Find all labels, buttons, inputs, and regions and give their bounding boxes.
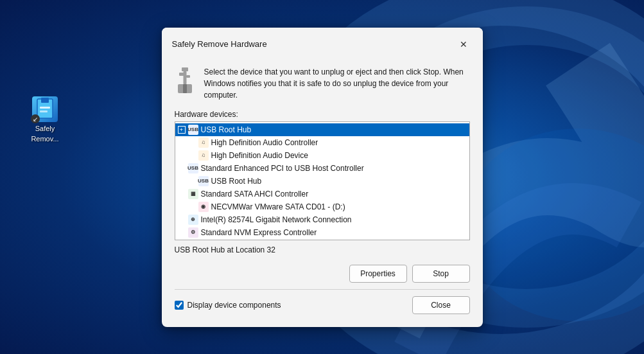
devices-label: Hardware devices: <box>175 110 470 119</box>
expand-icon[interactable] <box>188 203 196 211</box>
device-icon: ⊕ <box>188 215 198 225</box>
device-list-item[interactable]: USBUSB Root Hub <box>175 175 469 188</box>
device-label: USB Root Hub <box>211 177 262 186</box>
expand-icon[interactable] <box>178 229 186 236</box>
device-list-item[interactable]: +USBUSB Root Hub <box>175 123 469 136</box>
expand-icon[interactable] <box>188 152 196 159</box>
expand-icon[interactable] <box>188 177 196 185</box>
dialog-body: Select the device that you want to unplu… <box>162 58 483 327</box>
expand-icon[interactable] <box>178 164 186 172</box>
display-components-checkbox-label[interactable]: Display device components <box>175 301 281 310</box>
bottom-row: Display device components Close <box>175 296 470 317</box>
display-components-label: Display device components <box>187 301 281 310</box>
svg-rect-12 <box>183 84 187 93</box>
info-text: Select the device that you want to unplu… <box>204 66 470 101</box>
safely-remove-dialog: Safely Remove Hardware ✕ Select the de <box>162 28 483 327</box>
info-section: Select the device that you want to unplu… <box>175 66 470 101</box>
device-label: High Definition Audio Device <box>211 151 308 160</box>
dialog-close-x-button[interactable]: ✕ <box>455 35 473 53</box>
device-list-item[interactable]: ▦Standard SATA AHCI Controller <box>175 188 469 200</box>
device-label: Standard NVM Express Controller <box>201 228 317 237</box>
expand-icon[interactable] <box>178 216 186 224</box>
device-list-item[interactable]: ⚙Standard NVM Express Controller <box>175 226 469 239</box>
device-label: Intel(R) 82574L Gigabit Network Connecti… <box>201 215 352 224</box>
svg-rect-10 <box>179 73 184 76</box>
device-label: High Definition Audio Controller <box>211 138 318 147</box>
expand-icon[interactable] <box>178 190 186 198</box>
modal-overlay: Safely Remove Hardware ✕ Select the de <box>0 0 644 354</box>
usb-icon <box>175 67 195 94</box>
expand-icon[interactable]: + <box>178 126 186 134</box>
device-label: Standard Enhanced PCI to USB Host Contro… <box>201 164 364 173</box>
device-icon: ◉ <box>198 202 209 212</box>
separator <box>175 289 470 290</box>
device-icon: USB <box>188 163 198 173</box>
display-components-checkbox[interactable] <box>175 301 184 310</box>
svg-rect-11 <box>186 75 190 78</box>
device-icon: ▦ <box>188 189 198 199</box>
device-list-item[interactable]: ⊕Intel(R) 82574L Gigabit Network Connect… <box>175 213 469 226</box>
device-list-item[interactable]: USBStandard Enhanced PCI to USB Host Con… <box>175 162 469 175</box>
device-list[interactable]: +USBUSB Root Hub♫High Definition Audio C… <box>175 121 470 240</box>
stop-button[interactable]: Stop <box>412 265 470 283</box>
device-label: Standard SATA AHCI Controller <box>201 190 309 199</box>
device-list-item[interactable]: ◉NECVMWar VMware SATA CD01 - (D:) <box>175 200 469 213</box>
properties-button[interactable]: Properties <box>349 265 407 283</box>
device-label: USB Root Hub <box>201 125 252 134</box>
status-text: USB Root Hub at Location 32 <box>175 245 470 254</box>
dialog-title: Safely Remove Hardware <box>172 39 267 49</box>
device-icon: USB <box>198 176 209 186</box>
device-list-item[interactable]: ▦VMware Virtual NVMe Disk <box>175 239 469 240</box>
dialog-title-bar: Safely Remove Hardware ✕ <box>162 28 483 58</box>
action-buttons-row: Properties Stop <box>175 265 470 283</box>
device-label: NECVMWar VMware SATA CD01 - (D:) <box>211 202 345 211</box>
svg-rect-7 <box>182 67 188 71</box>
device-icon: ♫ <box>198 150 209 161</box>
device-icon: USB <box>188 125 198 135</box>
close-button[interactable]: Close <box>412 296 470 314</box>
device-list-item[interactable]: ♫High Definition Audio Controller <box>175 136 469 149</box>
device-icon: ⚙ <box>188 227 198 238</box>
expand-icon[interactable] <box>188 139 196 146</box>
device-icon: ♫ <box>198 137 209 148</box>
device-list-item[interactable]: ♫High Definition Audio Device <box>175 149 469 162</box>
